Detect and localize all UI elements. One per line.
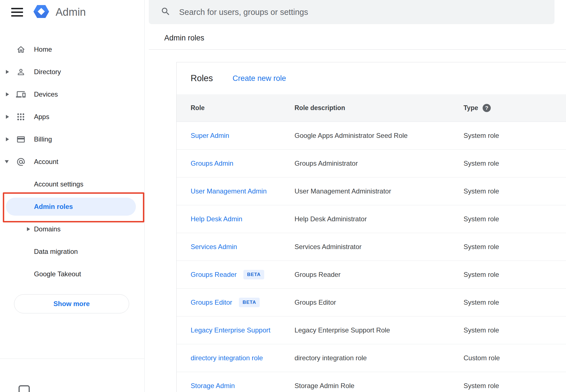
role-description: User Management Administrator xyxy=(295,187,464,195)
role-cell: Groups Reader BETA xyxy=(191,270,295,279)
role-type: System role xyxy=(464,159,566,167)
role-cell: User Management Admin xyxy=(191,187,295,195)
roles-panel: Roles Create new role Role Role descript… xyxy=(176,62,566,392)
sidebar-item-label: Billing xyxy=(34,135,52,143)
sidebar-item-label: Domains xyxy=(34,225,61,233)
sidebar-item-google-takeout[interactable]: Google Takeout xyxy=(0,263,144,285)
table-row: User Management Admin User Management Ad… xyxy=(177,177,566,205)
sidebar-header: Admin xyxy=(0,0,86,24)
beta-badge: BETA xyxy=(239,298,260,307)
sidebar-item-domains[interactable]: Domains xyxy=(0,218,144,240)
sidebar-item-label: Account settings xyxy=(34,180,83,188)
sidebar-item-label: Data migration xyxy=(34,248,78,256)
search-bar[interactable] xyxy=(149,0,554,24)
role-type: System role xyxy=(464,326,566,334)
search-icon xyxy=(161,6,171,18)
help-circle-icon[interactable]: ? xyxy=(483,104,491,112)
at-sign-icon xyxy=(16,157,26,167)
role-link[interactable]: Super Admin xyxy=(191,132,229,140)
search-input[interactable] xyxy=(179,7,554,17)
role-link[interactable]: Services Admin xyxy=(191,243,237,251)
apps-grid-icon xyxy=(16,112,26,122)
chevron-down-icon[interactable] xyxy=(5,160,9,163)
role-type: System role xyxy=(464,187,566,195)
role-link[interactable]: User Management Admin xyxy=(191,187,267,195)
main-content: Admin roles Roles Create new role Role R… xyxy=(145,0,566,392)
show-more-button[interactable]: Show more xyxy=(14,294,129,313)
sidebar-item-label: Apps xyxy=(34,113,49,121)
role-type: System role xyxy=(464,298,566,306)
role-description: Google Apps Administrator Seed Role xyxy=(295,132,464,140)
role-link[interactable]: directory integration role xyxy=(191,354,263,362)
role-description: Groups Administrator xyxy=(295,159,464,167)
table-row: Groups Reader BETA Groups Reader System … xyxy=(177,261,566,289)
role-type: System role xyxy=(464,382,566,390)
role-cell: Legacy Enterprise Support xyxy=(191,326,295,334)
sidebar-item-billing[interactable]: Billing xyxy=(0,128,144,151)
role-type: System role xyxy=(464,271,566,279)
role-cell: Help Desk Admin xyxy=(191,215,295,223)
column-header-type: Type ? xyxy=(464,104,566,112)
role-cell: Storage Admin xyxy=(191,382,295,390)
chevron-right-icon[interactable] xyxy=(6,137,9,141)
role-link[interactable]: Legacy Enterprise Support xyxy=(191,326,270,334)
sidebar-item-label: Directory xyxy=(34,68,61,76)
create-new-role-link[interactable]: Create new role xyxy=(232,74,286,83)
role-cell: Services Admin xyxy=(191,243,295,251)
sidebar-nav: Home Directory Devices xyxy=(0,38,144,285)
sidebar-item-label: Account xyxy=(34,158,58,166)
table-row: Storage Admin Storage Admin Role System … xyxy=(177,372,566,392)
credit-card-icon xyxy=(16,134,26,144)
chevron-right-icon[interactable] xyxy=(6,115,9,119)
table-row: Legacy Enterprise Support Legacy Enterpr… xyxy=(177,316,566,344)
role-description: Storage Admin Role xyxy=(295,382,464,390)
roles-panel-header: Roles Create new role xyxy=(177,62,566,94)
sidebar: Admin Home Directory Devices xyxy=(0,0,145,392)
table-row: Super Admin Google Apps Administrator Se… xyxy=(177,122,566,150)
chevron-right-icon[interactable] xyxy=(6,92,9,96)
role-type: System role xyxy=(464,215,566,223)
chevron-right-icon[interactable] xyxy=(6,70,9,74)
page-title: Roles xyxy=(191,73,213,83)
sidebar-divider xyxy=(0,359,144,359)
sidebar-item-data-migration[interactable]: Data migration xyxy=(0,240,144,263)
cutoff-device-icon xyxy=(19,385,30,392)
person-icon xyxy=(16,67,26,77)
role-description: Services Administrator xyxy=(295,243,464,251)
sidebar-item-devices[interactable]: Devices xyxy=(0,83,144,106)
chevron-right-icon[interactable] xyxy=(27,227,30,231)
beta-badge: BETA xyxy=(243,270,264,279)
table-row: Help Desk Admin Help Desk Administrator … xyxy=(177,205,566,233)
role-type: System role xyxy=(464,243,566,251)
sidebar-item-admin-roles[interactable]: Admin roles xyxy=(0,195,144,218)
role-link[interactable]: Storage Admin xyxy=(191,382,235,390)
sidebar-item-label: Admin roles xyxy=(34,203,73,211)
home-icon xyxy=(16,44,26,54)
app-title: Admin xyxy=(56,6,86,18)
role-link[interactable]: Groups Reader xyxy=(191,271,237,279)
role-link[interactable]: Help Desk Admin xyxy=(191,215,242,223)
table-row: Groups Admin Groups Administrator System… xyxy=(177,150,566,177)
table-row: Services Admin Services Administrator Sy… xyxy=(177,233,566,261)
menu-button[interactable] xyxy=(11,6,24,18)
role-link[interactable]: Groups Admin xyxy=(191,159,233,167)
role-description: Groups Editor xyxy=(295,298,464,306)
column-header-description: Role description xyxy=(295,104,464,112)
admin-logo[interactable]: Admin xyxy=(33,3,86,21)
sidebar-item-account-settings[interactable]: Account settings xyxy=(0,173,144,195)
sidebar-item-label: Devices xyxy=(34,90,58,98)
role-description: Legacy Enterprise Support Role xyxy=(295,326,464,334)
role-cell: Groups Admin xyxy=(191,159,295,167)
role-link[interactable]: Groups Editor xyxy=(191,298,232,306)
role-cell: Super Admin xyxy=(191,132,295,140)
role-description: Groups Reader xyxy=(295,271,464,279)
sidebar-item-apps[interactable]: Apps xyxy=(0,106,144,128)
table-row: directory integration role directory int… xyxy=(177,344,566,372)
sidebar-item-directory[interactable]: Directory xyxy=(0,61,144,83)
sidebar-item-label: Home xyxy=(34,45,52,53)
breadcrumb: Admin roles xyxy=(164,34,204,42)
sidebar-item-account[interactable]: Account xyxy=(0,151,144,173)
sidebar-item-home[interactable]: Home xyxy=(0,38,144,61)
table-header-row: Role Role description Type ? xyxy=(177,94,566,122)
role-type: Custom role xyxy=(464,354,566,362)
